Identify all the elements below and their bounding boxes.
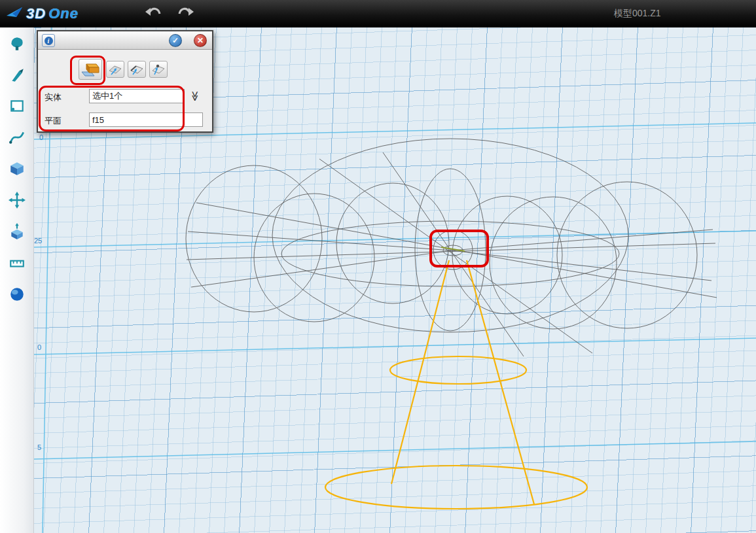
command-dialog: i ✓ ✕: [37, 30, 213, 133]
sketch-plane-icon: [9, 97, 26, 114]
face-pick-button[interactable]: [106, 61, 124, 78]
feature-extrude-icon: [9, 223, 26, 240]
window-title: 模型001.Z1: [614, 8, 661, 20]
app-logo: 3D One: [7, 5, 79, 22]
app-logo-icon: [7, 7, 24, 20]
sidebar-item-material-brush[interactable]: [0, 59, 34, 90]
tool-sidebar: [0, 27, 34, 533]
cancel-button[interactable]: ✕: [194, 34, 207, 47]
close-icon: ✕: [197, 36, 204, 45]
entity-field-label: 实体: [45, 92, 62, 103]
ruler-label: 0: [39, 133, 43, 141]
render-sphere-icon: [9, 286, 26, 303]
material-brush-icon: [9, 66, 26, 83]
ruler-label: 0: [37, 343, 41, 351]
sidebar-item-render-sphere[interactable]: [0, 279, 34, 310]
vertex-pick-icon: [151, 63, 166, 76]
redo-icon: [177, 6, 194, 22]
logo-text-3d: 3D: [26, 5, 46, 22]
dialog-titlebar: i ✓ ✕: [38, 31, 212, 50]
vertex-pick-button[interactable]: [149, 61, 168, 78]
chevron-double-down-icon[interactable]: ≫: [189, 90, 201, 102]
confirm-button[interactable]: ✓: [169, 34, 182, 47]
plane-field-input[interactable]: [89, 112, 203, 127]
move-tool-icon: [9, 192, 26, 209]
face-pick-icon: [107, 63, 123, 76]
edge-pick-icon: [129, 63, 145, 76]
entity-field-input[interactable]: [89, 89, 185, 103]
sidebar-item-curve-tool[interactable]: [0, 122, 34, 153]
primitive-cube-icon: [9, 160, 26, 177]
ruler-label: 25: [34, 237, 42, 245]
info-icon: i: [45, 37, 53, 45]
top-bar: 3D One 模型001.Z1: [0, 0, 756, 27]
sidebar-item-feature-extrude[interactable]: [0, 216, 34, 247]
sidebar-item-move-tool[interactable]: [0, 184, 34, 216]
sidebar-item-sketch-plane[interactable]: [0, 90, 34, 122]
edge-pick-button[interactable]: [128, 61, 146, 78]
undo-icon: [145, 6, 162, 22]
sidebar-item-render-paint[interactable]: [0, 27, 34, 59]
render-paint-icon: [9, 35, 26, 52]
logo-text-one: One: [48, 5, 79, 22]
sidebar-item-primitive-cube[interactable]: [0, 153, 34, 184]
measure-ruler-icon: [9, 254, 26, 271]
check-icon: ✓: [172, 36, 179, 45]
solid-pick-button[interactable]: [79, 59, 102, 80]
ruler-label: 5: [37, 443, 41, 451]
undo-button[interactable]: [141, 3, 165, 25]
redo-button[interactable]: [174, 3, 198, 25]
info-button[interactable]: i: [42, 34, 55, 47]
sidebar-item-measure-ruler[interactable]: [0, 247, 34, 279]
curve-tool-icon: [9, 129, 26, 146]
plane-field-label: 平面: [45, 115, 62, 127]
solid-pick-icon: [81, 61, 100, 78]
